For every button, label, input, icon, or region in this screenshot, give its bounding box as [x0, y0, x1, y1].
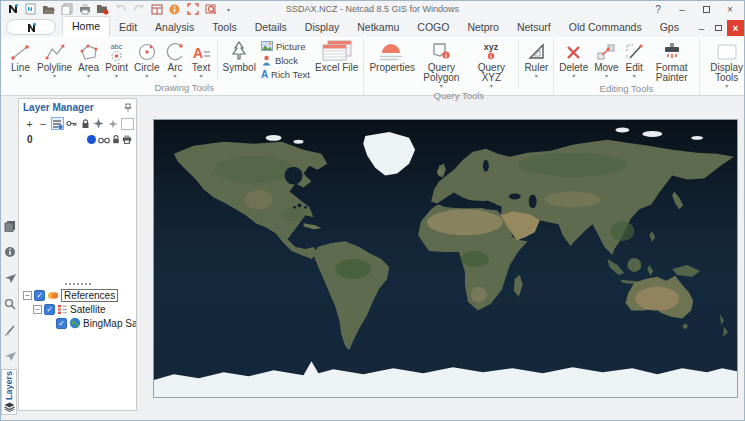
point-icon: abc	[106, 39, 127, 62]
tab-home[interactable]: Home	[62, 16, 110, 37]
move-button[interactable]: Move ▾	[591, 38, 621, 80]
chevron-down-icon: ▾	[174, 73, 177, 80]
tab-details[interactable]: Details	[246, 18, 296, 37]
minimize-button[interactable]: –	[670, 2, 694, 17]
excel-file-button[interactable]: Excel File	[312, 38, 361, 80]
qat-more-icon[interactable]: ▾	[222, 3, 235, 15]
tree-row-satellite[interactable]: − ✓ Satellite	[19, 302, 136, 316]
search-icon[interactable]	[3, 297, 17, 311]
rich-text-button[interactable]: A Rich Text	[261, 67, 310, 81]
app-logo-icon[interactable]	[6, 3, 19, 15]
query-polygon-button[interactable]: Query Polygon ▾	[416, 38, 466, 90]
maximize-button[interactable]	[694, 2, 718, 17]
window-layout-icon[interactable]	[150, 3, 163, 15]
edit-button[interactable]: Edit ▾	[622, 38, 647, 80]
splitter-handle[interactable]	[65, 283, 91, 285]
collapse-expander-icon[interactable]: −	[33, 305, 42, 314]
visibility-glasses-icon[interactable]	[98, 136, 110, 144]
document-close-button[interactable]: ×	[727, 20, 744, 36]
collapse-expander-icon[interactable]: −	[23, 291, 32, 300]
pin-icon[interactable]	[124, 103, 132, 112]
info-icon[interactable]	[168, 3, 181, 15]
tab-netsurf[interactable]: Netsurf	[508, 18, 560, 37]
ribbon-group-editing-tools: Delete ▾ Move ▾ Edit ▾ Format Painter	[554, 38, 699, 95]
references-checkbox[interactable]: ✓	[34, 290, 45, 301]
save-project-icon[interactable]	[96, 3, 109, 15]
delete-button[interactable]: Delete ▾	[556, 38, 591, 80]
properties-button[interactable]: Properties	[366, 38, 416, 73]
send-plane-icon[interactable]	[3, 271, 17, 285]
info-circle-icon[interactable]	[3, 245, 17, 259]
layer-filter-box[interactable]	[121, 118, 134, 130]
area-button[interactable]: Area ▾	[75, 38, 102, 80]
tree-row-bingmap[interactable]: ✓ BingMap Satellite I	[19, 316, 136, 330]
layer-columns-row: 0	[19, 132, 136, 146]
satellite-checkbox[interactable]: ✓	[44, 304, 55, 315]
arc-icon	[166, 39, 185, 62]
tab-analysis[interactable]: Analysis	[146, 18, 203, 37]
point-button[interactable]: abc Point ▾	[102, 38, 131, 80]
svg-text:A: A	[192, 45, 202, 61]
redo-icon[interactable]	[132, 3, 145, 15]
format-painter-button[interactable]: Format Painter	[647, 38, 697, 83]
demote-star-button[interactable]	[106, 117, 119, 130]
promote-star-button[interactable]	[92, 117, 105, 130]
print-icon[interactable]	[78, 3, 91, 15]
lock-button[interactable]	[79, 117, 92, 130]
ribbon-group-drawing-tools: Line ▾ Polyline ▾ Area ▾ abc Point ▾	[5, 38, 364, 95]
tab-netpro[interactable]: Netpro	[458, 18, 508, 37]
layer-list-button[interactable]	[51, 117, 64, 130]
display-tools-button[interactable]: Display Tools ▾	[702, 38, 745, 90]
tab-cogo[interactable]: COGO	[408, 18, 458, 37]
sketch-pencil-icon[interactable]	[3, 323, 17, 337]
layers-tab-label: Layers	[4, 371, 14, 400]
color-swatch-icon[interactable]	[87, 135, 96, 144]
tab-netkamu[interactable]: Netkamu	[348, 18, 408, 37]
picture-button[interactable]: Picture	[261, 39, 310, 53]
application-menu-button[interactable]	[6, 19, 56, 35]
circle-button[interactable]: Circle ▾	[131, 38, 163, 80]
chevron-down-icon: ▾	[115, 73, 118, 80]
add-layer-button[interactable]: +	[23, 117, 36, 130]
remove-layer-button[interactable]: −	[37, 117, 50, 130]
tab-old-commands[interactable]: Old Commands	[560, 18, 651, 37]
query-xyz-button[interactable]: xyz Query XYZ ▾	[466, 38, 516, 90]
select-region-icon[interactable]	[186, 3, 199, 15]
document-restore-button[interactable]	[710, 20, 727, 36]
polyline-icon	[44, 39, 66, 62]
zoom-window-icon[interactable]	[204, 3, 217, 15]
chevron-down-icon: ▾	[200, 73, 203, 80]
symbol-button[interactable]: Symbol	[220, 38, 259, 80]
close-button[interactable]: ×	[718, 2, 742, 17]
send-plane-icon[interactable]	[3, 349, 17, 363]
lock-column-icon[interactable]	[112, 135, 120, 144]
tab-display[interactable]: Display	[296, 18, 348, 37]
help-button[interactable]: ?	[646, 2, 670, 17]
maximize-icon	[703, 6, 710, 13]
layers-side-tab[interactable]: Layers	[1, 369, 17, 415]
ruler-button[interactable]: Ruler ▾	[521, 38, 551, 80]
group-separator	[518, 40, 519, 88]
chevron-down-icon: ▾	[490, 83, 493, 90]
undo-icon[interactable]	[114, 3, 127, 15]
tab-gps[interactable]: Gps	[651, 18, 688, 37]
save-as-icon[interactable]	[60, 3, 73, 15]
new-file-icon[interactable]	[24, 3, 37, 15]
polyline-button[interactable]: Polyline ▾	[34, 38, 75, 80]
print-column-icon[interactable]	[122, 135, 132, 144]
bingmap-checkbox[interactable]: ✓	[56, 318, 67, 329]
world-satellite-map[interactable]	[153, 119, 738, 398]
line-button[interactable]: Line ▾	[7, 38, 34, 80]
tab-tools[interactable]: Tools	[203, 18, 246, 37]
key-button[interactable]	[65, 117, 78, 130]
tree-row-references[interactable]: − ✓ References	[19, 288, 136, 302]
notebook-icon[interactable]	[3, 219, 17, 233]
satellite-list-icon	[57, 304, 68, 315]
text-button[interactable]: A Text ▾	[188, 38, 215, 80]
block-button[interactable]: Block	[261, 53, 310, 67]
document-minimize-button[interactable]: –	[693, 20, 710, 36]
open-folder-icon[interactable]	[42, 3, 55, 15]
tree-label: References	[61, 289, 118, 302]
arc-button[interactable]: Arc ▾	[163, 38, 188, 80]
tab-edit[interactable]: Edit	[110, 18, 146, 37]
